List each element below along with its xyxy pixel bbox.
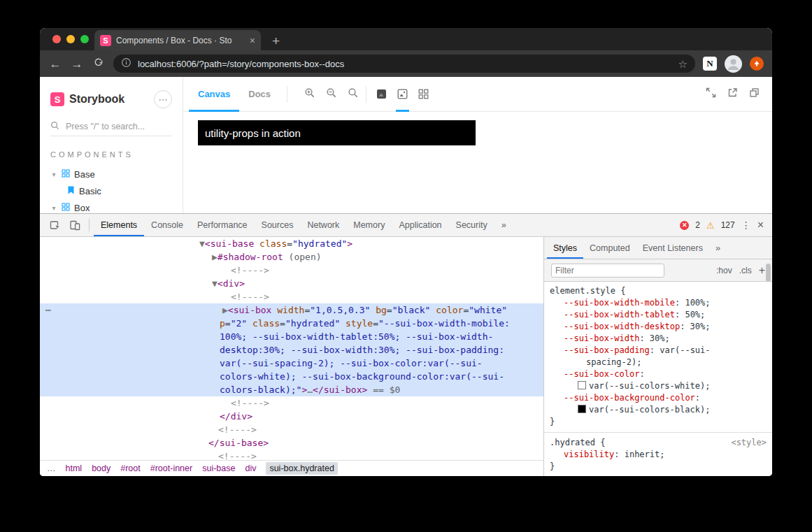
zoom-reset-icon[interactable]	[348, 87, 359, 101]
sidebar-item-basic[interactable]: Basic	[50, 182, 172, 199]
style-rule-line[interactable]: --sui-box-color:	[544, 368, 772, 380]
style-rule-line[interactable]: .hydrated {<style>	[544, 437, 772, 449]
style-rule-line[interactable]: visibility: inherit;	[544, 449, 772, 461]
breadcrumb-item[interactable]: body	[92, 463, 111, 473]
dom-tree-line[interactable]: ▼<sui-base class="hydrated">	[40, 237, 543, 250]
style-rule-line[interactable]: --sui-box-background-color:	[544, 392, 772, 404]
copy-link-icon[interactable]	[749, 87, 760, 101]
inspect-element-icon[interactable]	[45, 220, 65, 231]
breadcrumb-item[interactable]: …	[47, 463, 56, 473]
tab-docs[interactable]: Docs	[239, 77, 280, 112]
close-window-button[interactable]	[52, 35, 61, 43]
devtools-tab-[interactable]: »	[494, 214, 513, 236]
tab-canvas[interactable]: Canvas	[189, 77, 239, 112]
color-swatch[interactable]	[578, 381, 586, 389]
dom-tree-line[interactable]: ⋯▶<sui-box width="1,0.5,0.3" bg="black" …	[40, 303, 543, 317]
url-text[interactable]: localhost:6006/?path=/story/components-b…	[138, 59, 672, 69]
styles-tab-styles[interactable]: Styles	[547, 237, 583, 259]
dom-tree-line[interactable]: ▼<div>	[40, 277, 543, 290]
breadcrumb-item[interactable]: #root	[120, 463, 141, 473]
style-rule-line[interactable]: }	[544, 461, 772, 473]
devtools-tab-memory[interactable]: Memory	[346, 214, 392, 236]
warning-count[interactable]: 127	[721, 220, 735, 230]
error-count[interactable]: 2	[695, 220, 700, 230]
toggle-hover-state-button[interactable]: :hov	[716, 266, 732, 275]
address-bar[interactable]: localhost:6006/?path=/story/components-b…	[113, 55, 695, 73]
style-rule-line[interactable]: spacing-2);	[544, 357, 772, 368]
devtools-tab-performance[interactable]: Performance	[190, 214, 255, 236]
image-frame-icon[interactable]	[397, 77, 408, 112]
devtools-tab-security[interactable]: Security	[449, 214, 494, 236]
breadcrumb-item[interactable]: #root-inner	[150, 463, 192, 473]
style-rule-line[interactable]: --sui-box-width-tablet: 50%;	[544, 309, 772, 321]
sidebar-item-box[interactable]: ▾ Box	[50, 199, 172, 213]
style-rule-line[interactable]: var(--sui-colors-black);	[544, 404, 772, 416]
devtools-close-icon[interactable]: ×	[757, 219, 764, 231]
styles-tab-[interactable]: »	[709, 237, 727, 259]
dom-tree-line[interactable]: desktop:30%; --sui-box-width:30%; --sui-…	[40, 343, 543, 357]
style-rule-line[interactable]: --sui-box-width-desktop: 30%;	[544, 321, 772, 333]
dom-tree-line[interactable]: ▶#shadow-root (open)	[40, 250, 543, 264]
style-rules[interactable]: element.style {--sui-box-width-mobile: 1…	[544, 282, 772, 476]
style-rule-line[interactable]: element.style {	[544, 285, 772, 297]
dom-tree-line[interactable]: colors-white); --sui-box-background-colo…	[40, 370, 543, 383]
style-rule-line[interactable]: --sui-box-width: 30%;	[544, 333, 772, 345]
sidebar-search[interactable]	[50, 117, 172, 136]
style-rule-line[interactable]: --sui-box-padding: var(--sui-	[544, 345, 772, 357]
dom-tree-line[interactable]: colors-black);">…</sui-box> == $0	[40, 383, 543, 396]
warning-icon[interactable]: ⚠	[706, 221, 715, 230]
open-new-tab-icon[interactable]	[727, 87, 738, 101]
styles-filter-input[interactable]	[551, 264, 664, 278]
node-more-actions-icon[interactable]: ⋯	[45, 303, 51, 317]
sidebar-menu-button[interactable]: ⋯	[154, 90, 172, 108]
devtools-tab-application[interactable]: Application	[392, 214, 448, 236]
dom-tree-line[interactable]: var(--sui-spacing-2); --sui-box-color:va…	[40, 357, 543, 370]
style-rule-line[interactable]: var(--sui-colors-white);	[544, 380, 772, 392]
error-badge-icon[interactable]: ✕	[680, 221, 689, 230]
dom-tree-line[interactable]: </sui-base>	[40, 436, 543, 450]
dom-tree[interactable]: ▼<sui-base class="hydrated">▶#shadow-roo…	[40, 237, 543, 460]
styles-tab-computed[interactable]: Computed	[583, 237, 636, 259]
bookmark-star-icon[interactable]: ☆	[678, 59, 688, 69]
dom-tree-line[interactable]: </div>	[40, 410, 543, 423]
zoom-in-icon[interactable]	[304, 87, 315, 101]
dom-tree-line[interactable]: 100%; --sui-box-width-tablet:50%; --sui-…	[40, 330, 543, 343]
styles-tab-eventlisteners[interactable]: Event Listeners	[636, 237, 709, 259]
devtools-menu-icon[interactable]: ⋮	[741, 220, 751, 231]
new-style-rule-button[interactable]: +	[759, 265, 765, 276]
background-icon[interactable]	[376, 77, 387, 112]
notion-extension-icon[interactable]: N	[703, 57, 717, 71]
zoom-out-icon[interactable]	[326, 87, 337, 101]
breadcrumb-item[interactable]: sui-base	[202, 463, 235, 473]
breadcrumb-item[interactable]: html	[66, 463, 83, 473]
info-icon[interactable]	[121, 57, 131, 71]
chevron-down-icon[interactable]: ▾	[50, 171, 57, 178]
dom-tree-line[interactable]: <!---->	[40, 450, 543, 460]
new-tab-button[interactable]: +	[272, 34, 280, 48]
color-swatch[interactable]	[578, 405, 586, 413]
browser-tab[interactable]: S Components / Box - Docs · Sto ×	[94, 30, 261, 50]
dom-tree-line[interactable]: <!---->	[40, 264, 543, 277]
style-rule-line[interactable]: }	[544, 416, 772, 428]
style-rule-line[interactable]: --sui-box-width-mobile: 100%;	[544, 297, 772, 309]
sidebar-item-base[interactable]: ▾ Base	[50, 166, 172, 182]
forward-button[interactable]: →	[70, 58, 84, 70]
devtools-tab-sources[interactable]: Sources	[255, 214, 301, 236]
back-button[interactable]: ←	[48, 58, 62, 70]
dom-tree-line[interactable]: <!---->	[40, 290, 543, 303]
devtools-tab-network[interactable]: Network	[300, 214, 346, 236]
chevron-down-icon[interactable]: ▾	[50, 204, 57, 212]
styles-scrollbar[interactable]	[766, 264, 771, 282]
fullscreen-icon[interactable]	[706, 87, 716, 101]
breadcrumb-item[interactable]: sui-box.hydrated	[266, 462, 337, 475]
search-input[interactable]	[64, 121, 165, 132]
dom-tree-line[interactable]: <!---->	[40, 396, 543, 410]
devtools-tab-elements[interactable]: Elements	[94, 214, 144, 236]
toggle-class-button[interactable]: .cls	[739, 266, 752, 275]
profile-avatar[interactable]	[725, 55, 742, 73]
zoom-window-button[interactable]	[80, 35, 89, 43]
devtools-tab-console[interactable]: Console	[144, 214, 190, 236]
minimize-window-button[interactable]	[66, 35, 75, 43]
dom-tree-line[interactable]: <!---->	[40, 423, 543, 436]
extension-icon[interactable]	[750, 57, 764, 71]
